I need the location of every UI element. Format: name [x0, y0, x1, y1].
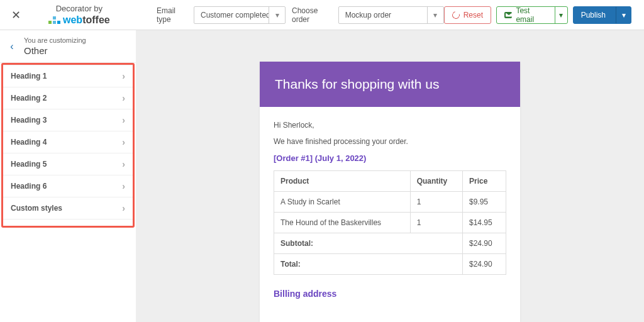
sidebar-option-label: Heading 3 — [11, 116, 47, 125]
email-line: We have finished processing your order. — [274, 137, 506, 146]
sidebar: ‹ You are customizing Other Heading 1›He… — [0, 30, 136, 322]
sidebar-option-label: Heading 5 — [11, 160, 47, 169]
chevron-down-icon: ▾ — [427, 7, 443, 23]
col-product: Product — [274, 171, 411, 192]
sidebar-option-label: Heading 2 — [11, 94, 47, 103]
preview-area: Thanks for shopping with us Hi Sherlock,… — [136, 30, 644, 322]
billing-heading: Billing address — [274, 289, 506, 299]
test-email-button[interactable]: Test email ▾ — [496, 6, 568, 24]
sidebar-option-label: Heading 1 — [11, 72, 47, 80]
cell-product: The Hound of the Baskervilles — [274, 213, 411, 233]
sidebar-option-label: Custom styles — [11, 204, 62, 213]
email-type-value: Customer completed or… — [194, 7, 269, 23]
chevron-right-icon: › — [122, 181, 125, 191]
cell-qty: 1 — [410, 213, 462, 233]
email-header: Thanks for shopping with us — [260, 62, 520, 107]
back-button[interactable]: ‹ — [0, 36, 24, 56]
chevron-right-icon: › — [122, 115, 125, 125]
email-type-label: Email type — [157, 6, 187, 24]
sidebar-option-label: Heading 4 — [11, 138, 47, 147]
sidebar-option-label: Heading 6 — [11, 182, 47, 191]
chevron-right-icon: › — [122, 137, 125, 147]
col-price: Price — [462, 171, 506, 192]
sidebar-option[interactable]: Heading 4› — [3, 131, 133, 153]
test-email-label: Test email — [516, 6, 551, 24]
cell-qty: 1 — [410, 192, 462, 213]
brand: Decorator by webtoffee — [27, 4, 131, 26]
test-email-split[interactable]: ▾ — [555, 7, 567, 23]
choose-order-value: Mockup order — [339, 7, 427, 23]
chevron-down-icon: ▾ — [269, 7, 285, 23]
panel-subtitle: You are customizing — [24, 36, 86, 44]
email-preview: Thanks for shopping with us Hi Sherlock,… — [260, 62, 520, 322]
table-row: A Study in Scarlet1$9.95 — [274, 192, 506, 213]
brand-line: Decorator by — [27, 4, 131, 13]
choose-order-select[interactable]: Mockup order ▾ — [338, 6, 444, 24]
brand-dots-icon — [48, 16, 60, 24]
sidebar-option[interactable]: Heading 1› — [3, 65, 133, 87]
options-highlight: Heading 1›Heading 2›Heading 3›Heading 4›… — [1, 63, 135, 228]
publish-button[interactable]: Publish ▾ — [573, 6, 631, 24]
chevron-right-icon: › — [122, 71, 125, 81]
total-value: $24.90 — [462, 254, 506, 275]
total-label: Total: — [274, 254, 463, 275]
publish-split[interactable]: ▾ — [616, 7, 631, 23]
sidebar-option[interactable]: Heading 5› — [3, 153, 133, 175]
close-button[interactable]: ✕ — [5, 0, 27, 30]
cell-product: A Study in Scarlet — [274, 192, 411, 213]
brand-name: webtoffee — [63, 14, 110, 26]
col-qty: Quantity — [410, 171, 462, 192]
email-greeting: Hi Sherlock, — [274, 121, 506, 130]
sidebar-option[interactable]: Custom styles› — [3, 197, 133, 219]
email-type-select[interactable]: Customer completed or… ▾ — [194, 6, 286, 24]
reset-button[interactable]: Reset — [444, 6, 491, 24]
publish-label: Publish — [581, 11, 612, 19]
order-table: Product Quantity Price A Study in Scarle… — [274, 170, 506, 275]
chevron-right-icon: › — [122, 159, 125, 169]
cell-price: $14.95 — [462, 213, 506, 233]
subtotal-label: Subtotal: — [274, 233, 463, 254]
cell-price: $9.95 — [462, 192, 506, 213]
subtotal-value: $24.90 — [462, 233, 506, 254]
choose-order-label: Choose order — [292, 6, 332, 24]
sidebar-option[interactable]: Heading 2› — [3, 87, 133, 109]
mail-icon — [504, 12, 512, 18]
sidebar-option[interactable]: Heading 3› — [3, 109, 133, 131]
chevron-right-icon: › — [122, 93, 125, 103]
sidebar-option[interactable]: Heading 6› — [3, 175, 133, 197]
email-order-ref: [Order #1] (July 1, 2022) — [274, 153, 506, 163]
reset-icon — [451, 9, 461, 19]
panel-title: Other — [24, 45, 86, 56]
table-row: The Hound of the Baskervilles1$14.95 — [274, 213, 506, 233]
chevron-right-icon: › — [122, 203, 125, 213]
reset-label: Reset — [464, 11, 483, 19]
